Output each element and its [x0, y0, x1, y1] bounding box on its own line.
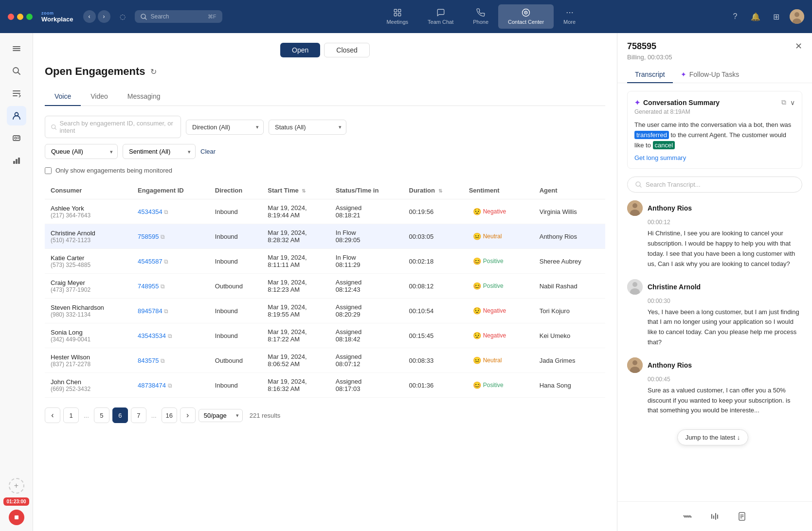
maximize-window-btn[interactable] — [26, 14, 33, 20]
sidebar-queue-icon[interactable] — [7, 84, 26, 103]
sidebar-search-icon[interactable] — [7, 61, 26, 81]
copy-id-icon[interactable]: ⧉ — [161, 233, 165, 240]
bars-button[interactable] — [706, 508, 723, 525]
copy-id-icon[interactable]: ⧉ — [164, 258, 168, 265]
status-filter[interactable]: Status (All) Assigned In Flow — [269, 120, 346, 135]
page-6-button[interactable]: 6 — [112, 407, 128, 423]
transcript-search-bar[interactable]: Search Transcript... — [627, 177, 802, 193]
add-button[interactable]: + — [9, 478, 24, 494]
contacts-icon — [12, 111, 21, 120]
right-panel-title-row: 758595 ✕ — [627, 41, 802, 52]
cell-status: Assigned 08:07:12 — [330, 348, 403, 373]
table-row[interactable]: Katie Carter (573) 325-4885 4545587 ⧉ In… — [45, 249, 605, 274]
cell-consumer: Steven Richardson (980) 332-1134 — [45, 299, 132, 323]
minimize-window-btn[interactable] — [17, 14, 23, 20]
history-button[interactable]: ◌ — [116, 10, 129, 23]
engagement-id-link[interactable]: 758595 — [138, 233, 159, 240]
copy-id-icon[interactable]: ⧉ — [161, 357, 165, 364]
open-closed-tabs: Open Closed — [45, 43, 605, 57]
copy-id-icon[interactable]: ⧉ — [161, 283, 165, 290]
engagement-search-input[interactable]: Search by engagement ID, consumer, or in… — [45, 116, 181, 138]
message-3-avatar — [627, 357, 643, 373]
global-search-bar[interactable]: Search ⌘F — [135, 10, 222, 23]
cell-direction: Outbound — [209, 348, 262, 373]
page-5-button[interactable]: 5 — [94, 407, 109, 423]
page-7-button[interactable]: 7 — [131, 407, 146, 423]
sidebar-chart-icon[interactable] — [7, 151, 26, 170]
right-panel-subtitle: Billing, 00:03:05 — [627, 53, 802, 61]
refresh-button[interactable]: ↻ — [150, 67, 157, 76]
cell-status: Assigned 08:12:43 — [330, 274, 403, 299]
sidebar-id-icon[interactable] — [7, 128, 26, 148]
table-row[interactable]: Hester Wilson (837) 217-2278 843575 ⧉ Ou… — [45, 348, 605, 373]
transcript-icon-button[interactable] — [733, 508, 751, 525]
sidebar-menu-icon[interactable] — [7, 39, 26, 58]
tab-transcript[interactable]: Transcript — [627, 67, 673, 83]
copy-id-icon[interactable]: ⧉ — [168, 333, 172, 339]
nav-more[interactable]: More — [554, 4, 585, 29]
audio-waveform-button[interactable] — [679, 508, 696, 525]
close-right-panel-button[interactable]: ✕ — [795, 41, 802, 52]
table-row[interactable]: Ashlee York (217) 364-7643 4534354 ⧉ Inb… — [45, 199, 605, 224]
engagement-id-link[interactable]: 48738474 — [138, 382, 166, 389]
message-2-text: Yes, I have been a long customer, but I … — [648, 307, 802, 348]
engagement-id-link[interactable]: 748955 — [138, 283, 159, 290]
table-row[interactable]: Steven Richardson (980) 332-1134 8945784… — [45, 299, 605, 323]
forward-button[interactable]: › — [98, 10, 110, 23]
sentiment-filter[interactable]: Sentiment (All) Negative Positive Neutra… — [123, 144, 196, 159]
tab-video[interactable]: Video — [81, 88, 118, 106]
sidebar-contacts-icon[interactable] — [7, 106, 26, 125]
clear-filters-button[interactable]: Clear — [200, 148, 216, 155]
search-shortcut: ⌘F — [208, 14, 217, 20]
engagement-id-link[interactable]: 843575 — [138, 357, 159, 364]
next-page-button[interactable]: › — [180, 407, 196, 423]
monitor-checkbox[interactable] — [45, 167, 52, 174]
prev-page-button[interactable]: ‹ — [45, 407, 60, 423]
nav-meetings[interactable]: Meetings — [377, 4, 418, 29]
table-row[interactable]: John Chen (669) 252-3432 48738474 ⧉ Inbo… — [45, 373, 605, 398]
per-page-select[interactable]: 50/page 25/page 100/page — [198, 409, 243, 422]
table-row[interactable]: Christine Arnold (510) 472-1123 758595 ⧉… — [45, 224, 605, 249]
avatar[interactable] — [790, 9, 804, 24]
copy-id-icon[interactable]: ⧉ — [164, 308, 168, 315]
closed-tab[interactable]: Closed — [324, 43, 370, 57]
close-window-btn[interactable] — [8, 14, 14, 20]
table-row[interactable]: Sonia Long (342) 449-0041 43543534 ⧉ Inb… — [45, 323, 605, 348]
table-row[interactable]: Craig Meyer (473) 377-1902 748955 ⧉ Outb… — [45, 274, 605, 299]
cell-duration: 00:02:18 — [403, 249, 463, 274]
engagement-id-link[interactable]: 4534354 — [138, 208, 162, 215]
cell-start-time: Mar 19, 2024, 8:28:32 AM — [262, 224, 329, 249]
jump-latest-wrapper: Jump to the latest ↓ — [627, 425, 802, 449]
tab-follow-up[interactable]: ✦ Follow-Up Tasks — [673, 67, 747, 83]
col-agent: Agent — [534, 182, 605, 199]
nav-contact-center[interactable]: Contact Center — [498, 4, 554, 29]
zoom-logo-text: zoom — [41, 11, 54, 16]
collapse-summary-button[interactable]: ∨ — [790, 99, 795, 106]
copy-id-icon[interactable]: ⧉ — [168, 382, 172, 389]
queue-filter[interactable]: Queue (All) — [45, 144, 118, 159]
copy-id-icon[interactable]: ⧉ — [164, 209, 168, 215]
jump-to-latest-button[interactable]: Jump to the latest ↓ — [677, 429, 749, 445]
transcript-doc-icon — [737, 512, 747, 521]
get-long-summary-link[interactable]: Get long summary — [634, 154, 795, 161]
queue-icon — [12, 89, 21, 98]
nav-phone[interactable]: Phone — [463, 4, 498, 29]
nav-team-chat[interactable]: Team Chat — [418, 4, 463, 29]
layout-button[interactable]: ⊞ — [769, 10, 783, 23]
copy-summary-button[interactable]: ⧉ — [781, 98, 786, 106]
direction-filter[interactable]: Direction (All) Inbound Outbound — [186, 120, 264, 135]
search-sidebar-icon — [12, 67, 21, 75]
tab-voice[interactable]: Voice — [45, 88, 81, 106]
engagement-id-link[interactable]: 8945784 — [138, 307, 162, 315]
engagement-id-link[interactable]: 43543534 — [138, 332, 166, 339]
page-1-button[interactable]: 1 — [63, 407, 79, 423]
team-chat-icon — [436, 8, 445, 17]
main-layout: + 01:23:00 Open Closed Open Engagements … — [0, 33, 812, 531]
open-tab[interactable]: Open — [280, 43, 320, 57]
help-button[interactable]: ? — [728, 10, 742, 23]
engagement-id-link[interactable]: 4545587 — [138, 258, 162, 265]
page-16-button[interactable]: 16 — [162, 407, 177, 423]
notifications-button[interactable]: 🔔 — [749, 10, 762, 23]
back-button[interactable]: ‹ — [83, 10, 96, 23]
tab-messaging[interactable]: Messaging — [118, 88, 170, 106]
